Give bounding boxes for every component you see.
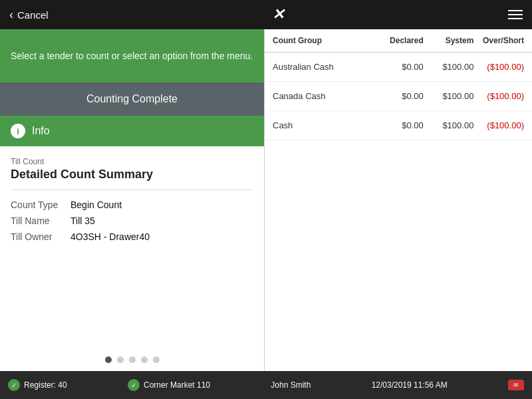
register-item: ✓ Register: 40 xyxy=(8,379,67,391)
count-type-row: Count Type Begin Count xyxy=(11,200,253,210)
left-panel: Select a tender to count or select an op… xyxy=(0,29,265,371)
table-row[interactable]: Cash $0.00 $100.00 ($100.00) xyxy=(265,111,532,140)
till-name-row: Till Name Till 35 xyxy=(11,215,253,226)
top-nav: ‹ Cancel ✕ xyxy=(0,0,532,29)
dot-4[interactable] xyxy=(141,356,148,363)
cell-system-0: $100.00 xyxy=(424,62,474,72)
till-owner-label: Till Owner xyxy=(11,231,70,242)
count-type-value: Begin Count xyxy=(70,200,122,210)
detail-section: Till Count Detailed Count Summary Count … xyxy=(0,146,264,348)
cell-declared-2: $0.00 xyxy=(373,120,424,130)
detail-section-label: Till Count xyxy=(11,157,253,166)
info-icon: i xyxy=(11,124,25,138)
page-dots xyxy=(0,348,264,371)
logo-icon: ✕ xyxy=(272,6,284,23)
user-item: John Smith xyxy=(271,380,311,390)
cancel-button[interactable]: ‹ Cancel xyxy=(9,8,49,22)
register-label: Register: 40 xyxy=(24,380,67,390)
info-bar: i Info xyxy=(0,116,264,146)
till-name-label: Till Name xyxy=(11,215,70,226)
counting-complete-button[interactable]: Counting Complete xyxy=(0,82,264,116)
cell-overshort-1: ($100.00) xyxy=(473,91,524,101)
bottom-bar: ✓ Register: 40 ✓ Corner Market 110 John … xyxy=(0,371,532,399)
divider xyxy=(11,190,253,190)
cancel-label: Cancel xyxy=(17,9,49,21)
market-check-icon: ✓ xyxy=(128,379,140,391)
select-tender-text: Select a tender to count or select an op… xyxy=(11,51,253,61)
cell-declared-0: $0.00 xyxy=(373,62,424,72)
main-layout: Select a tender to count or select an op… xyxy=(0,29,532,371)
col-header-overshort: Over/Short xyxy=(473,36,524,45)
market-item: ✓ Corner Market 110 xyxy=(128,379,210,391)
cell-system-1: $100.00 xyxy=(424,91,474,101)
col-header-system: System xyxy=(424,36,474,45)
right-panel: Count Group Declared System Over/Short A… xyxy=(265,29,532,371)
register-check-icon: ✓ xyxy=(8,379,20,391)
datetime-item: 12/03/2019 11:56 AM xyxy=(372,380,448,390)
cell-system-2: $100.00 xyxy=(424,120,474,130)
user-label: John Smith xyxy=(271,380,311,390)
menu-button[interactable] xyxy=(508,10,523,19)
dot-3[interactable] xyxy=(129,356,136,363)
menu-line-1 xyxy=(508,10,523,11)
count-type-label: Count Type xyxy=(11,200,70,210)
menu-line-3 xyxy=(508,18,523,19)
datetime-label: 12/03/2019 11:56 AM xyxy=(372,380,448,390)
market-label: Corner Market 110 xyxy=(144,380,210,390)
col-header-group: Count Group xyxy=(273,36,373,45)
till-name-value: Till 35 xyxy=(70,215,95,226)
table-header: Count Group Declared System Over/Short xyxy=(265,29,532,53)
dot-2[interactable] xyxy=(117,356,124,363)
cell-overshort-2: ($100.00) xyxy=(473,120,524,130)
dot-1[interactable] xyxy=(105,356,112,363)
cell-overshort-0: ($100.00) xyxy=(473,62,524,72)
message-item: ✉ xyxy=(508,380,524,390)
cell-declared-1: $0.00 xyxy=(373,91,424,101)
detail-section-title: Detailed Count Summary xyxy=(11,168,253,182)
table-row[interactable]: Canada Cash $0.00 $100.00 ($100.00) xyxy=(265,82,532,111)
table-row[interactable]: Australian Cash $0.00 $100.00 ($100.00) xyxy=(265,53,532,82)
till-owner-value: 4O3SH - Drawer40 xyxy=(70,231,150,242)
cell-group-0: Australian Cash xyxy=(273,62,373,72)
till-owner-row: Till Owner 4O3SH - Drawer40 xyxy=(11,231,253,242)
table-body: Australian Cash $0.00 $100.00 ($100.00) … xyxy=(265,53,532,371)
select-tender-message: Select a tender to count or select an op… xyxy=(0,29,264,82)
message-icon: ✉ xyxy=(508,380,524,390)
menu-line-2 xyxy=(508,14,523,15)
info-label: Info xyxy=(32,125,50,137)
cell-group-2: Cash xyxy=(273,120,373,130)
dot-5[interactable] xyxy=(153,356,160,363)
back-chevron-icon: ‹ xyxy=(9,8,13,22)
cell-group-1: Canada Cash xyxy=(273,91,373,101)
col-header-declared: Declared xyxy=(373,36,424,45)
